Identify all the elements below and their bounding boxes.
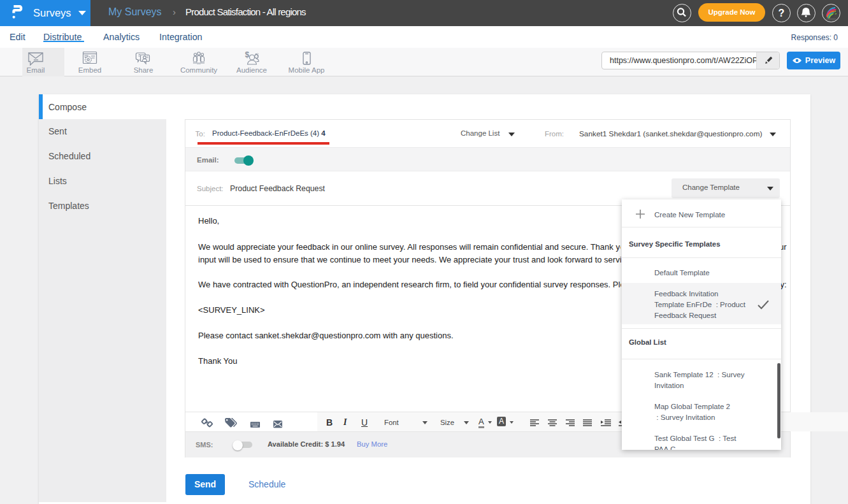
svg-text:$: $: [245, 51, 250, 59]
